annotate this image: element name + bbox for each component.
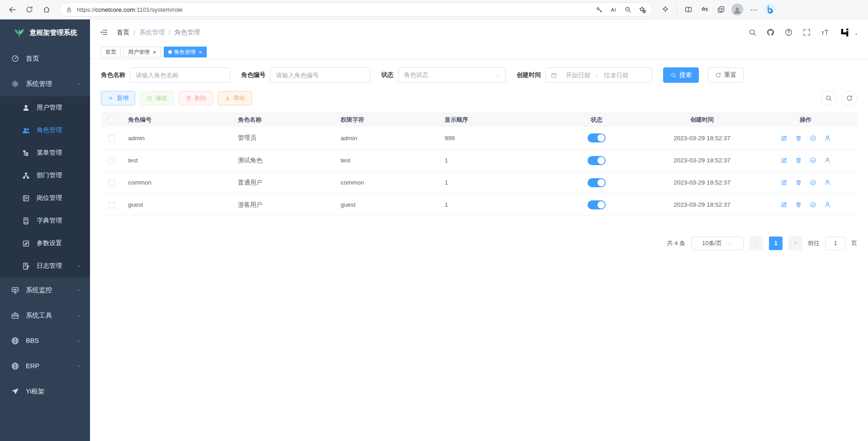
home-icon[interactable]: [39, 2, 54, 17]
profile-avatar[interactable]: [730, 2, 745, 17]
row-checkbox[interactable]: [109, 157, 115, 164]
edit-role-icon[interactable]: [781, 201, 787, 208]
show-search-button[interactable]: [821, 90, 836, 106]
sidebar-fold-icon[interactable]: [99, 28, 109, 37]
badge-icon: [22, 194, 30, 203]
sidebar-item-menu-mgmt[interactable]: 菜单管理: [0, 142, 90, 164]
data-scope-icon[interactable]: [810, 201, 816, 208]
tab-user-mgmt[interactable]: 用户管理 ×: [123, 47, 161, 57]
edit-button[interactable]: 修改: [140, 91, 174, 105]
delete-role-icon[interactable]: [795, 179, 802, 186]
sidebar-item-monitor[interactable]: 系统监控: [0, 277, 90, 303]
text-size-icon[interactable]: [821, 28, 829, 37]
zoom-out-icon[interactable]: [621, 3, 635, 16]
export-button[interactable]: 导出: [218, 91, 252, 105]
delete-role-icon[interactable]: [795, 201, 802, 208]
edit-role-icon[interactable]: [781, 135, 787, 142]
sidebar-item-user-mgmt[interactable]: 用户管理: [0, 96, 90, 119]
assign-user-icon[interactable]: [824, 157, 831, 164]
address-bar[interactable]: https://ccnetcore.com:1101/system/role: [60, 2, 652, 17]
github-icon[interactable]: [766, 28, 775, 37]
globe-icon: [11, 337, 19, 345]
assign-user-icon[interactable]: [824, 201, 831, 208]
chevron-down-icon: [76, 363, 82, 369]
col-header-order: 显示顺序: [439, 112, 543, 127]
role-table: 角色编号 角色名称 权限字符 显示顺序 状态 创建时间 操作 admin 管理员: [101, 112, 857, 216]
goto-page-input[interactable]: [825, 237, 845, 250]
sidebar-item-system[interactable]: 系统管理: [0, 71, 90, 96]
start-date-input[interactable]: [561, 72, 595, 79]
status-toggle[interactable]: [588, 178, 606, 187]
sidebar-item-erp[interactable]: ERP: [0, 353, 90, 379]
breadcrumb-system[interactable]: 系统管理: [139, 28, 165, 37]
row-checkbox[interactable]: [109, 180, 115, 186]
split-screen-icon[interactable]: [681, 2, 696, 17]
role-order: 1: [439, 194, 543, 216]
add-button[interactable]: 新增: [101, 91, 135, 105]
sidebar-item-home[interactable]: 首页: [0, 46, 90, 71]
status-toggle[interactable]: [588, 200, 606, 209]
more-icon[interactable]: ⋯: [746, 2, 761, 17]
back-icon[interactable]: [5, 2, 20, 17]
data-scope-icon[interactable]: [810, 135, 816, 142]
sidebar-item-post-mgmt[interactable]: 岗位管理: [0, 187, 90, 209]
key-icon[interactable]: [592, 3, 606, 16]
search-icon[interactable]: [748, 28, 757, 37]
role-code: admin: [123, 127, 232, 149]
read-aloud-icon[interactable]: [607, 3, 620, 16]
delete-button[interactable]: 删除: [179, 91, 213, 105]
sidebar-item-tools[interactable]: 系统工具: [0, 303, 90, 328]
help-icon[interactable]: [784, 28, 793, 37]
refresh-table-button[interactable]: [842, 90, 857, 106]
prev-page-button[interactable]: [749, 237, 763, 250]
sidebar-item-role-mgmt[interactable]: 角色管理: [0, 119, 90, 142]
row-checkbox[interactable]: [109, 135, 115, 142]
delete-role-icon[interactable]: [795, 157, 802, 164]
sidebar-item-yi-framework[interactable]: Yi框架: [0, 379, 90, 404]
tab-copies-icon[interactable]: [713, 2, 729, 17]
app-title: 意框架管理系统: [30, 28, 77, 37]
select-all-checkbox[interactable]: [109, 117, 115, 123]
date-range-picker[interactable]: -: [545, 67, 652, 83]
breadcrumb-home[interactable]: 首页: [117, 28, 129, 37]
status-toggle[interactable]: [588, 133, 606, 142]
favorites-icon[interactable]: [697, 2, 712, 17]
table-row: test 测试角色 test 1 2023-03-29 18:52:37: [101, 149, 857, 171]
role-name-input[interactable]: [130, 67, 230, 83]
row-checkbox[interactable]: [109, 202, 115, 208]
current-page-button[interactable]: 1: [769, 237, 783, 250]
next-page-button[interactable]: [788, 237, 802, 250]
reset-button[interactable]: 重置: [708, 67, 744, 83]
user-menu[interactable]: [839, 26, 859, 38]
data-scope-icon[interactable]: [810, 157, 816, 164]
sidebar-item-bbs[interactable]: BBS: [0, 328, 90, 353]
page-suffix: 页: [851, 239, 857, 247]
fullscreen-icon[interactable]: [802, 28, 811, 37]
add-favorite-icon[interactable]: [636, 3, 649, 16]
reload-icon[interactable]: [22, 2, 37, 17]
tab-role-mgmt[interactable]: 角色管理 ×: [164, 47, 207, 57]
sidebar-item-param-settings[interactable]: 参数设置: [0, 232, 90, 255]
system-submenu: 用户管理 角色管理 菜单管理 部门管理 岗位管理: [0, 96, 90, 277]
close-icon[interactable]: ×: [199, 49, 203, 55]
browser-essentials-icon[interactable]: [658, 2, 673, 17]
status-select[interactable]: 角色状态: [398, 67, 506, 83]
sidebar-item-log-mgmt[interactable]: 日志管理: [0, 255, 90, 277]
delete-role-icon[interactable]: [795, 135, 802, 142]
tags-bar: 首页 用户管理 × 角色管理 ×: [90, 45, 868, 59]
role-code-input[interactable]: [270, 67, 370, 83]
close-icon[interactable]: ×: [153, 49, 157, 55]
edit-role-icon[interactable]: [781, 157, 787, 164]
tab-home[interactable]: 首页: [101, 47, 121, 57]
data-scope-icon[interactable]: [810, 179, 816, 186]
assign-user-icon[interactable]: [824, 135, 831, 142]
page-size-select[interactable]: 10条/页: [691, 237, 744, 250]
edit-role-icon[interactable]: [781, 179, 787, 186]
assign-user-icon[interactable]: [824, 179, 831, 186]
end-date-input[interactable]: [599, 72, 633, 79]
bing-icon[interactable]: [762, 2, 778, 17]
sidebar-item-dict-mgmt[interactable]: 字典管理: [0, 209, 90, 232]
search-button[interactable]: 搜索: [663, 67, 699, 83]
sidebar-item-dept-mgmt[interactable]: 部门管理: [0, 164, 90, 187]
status-toggle[interactable]: [588, 156, 606, 165]
